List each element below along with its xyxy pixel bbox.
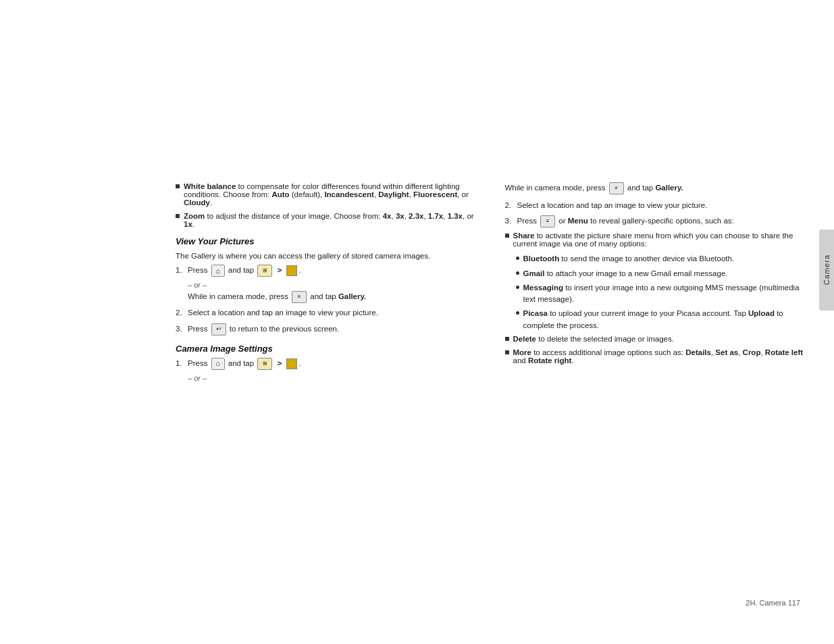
sub-bullet-messaging: Messaging to insert your image into a ne… (516, 282, 814, 306)
page-container: Camera White balance to compensate for c… (0, 0, 834, 644)
or-line-1: – or – (188, 281, 485, 289)
side-tab-label: Camera (823, 254, 831, 285)
right-column: While in camera mode, press ≡ and tap Ga… (505, 182, 814, 590)
step-content: Select a location and tap an image to vi… (517, 200, 814, 211)
white-balance-label: White balance (184, 182, 236, 190)
bullet-circle-icon (516, 311, 519, 315)
bullet-zoom: Zoom to adjust the distance of your imag… (176, 212, 485, 228)
bullet-white-balance: White balance to compensate for color di… (176, 182, 485, 207)
zoom-label: Zoom (184, 212, 205, 220)
bullet-icon (505, 337, 509, 341)
back-icon: ↩ (211, 323, 226, 336)
bullet-share: Share to activate the picture share menu… (505, 232, 814, 248)
bullet-icon (176, 214, 180, 218)
step-num: 2. (176, 307, 188, 319)
step-1: 1. Press and tap ⊞ > . (176, 265, 485, 277)
page-footer: 2H. Camera 117 (746, 599, 800, 607)
view-pictures-intro: The Gallery is where you can access the … (176, 250, 485, 262)
step-1-alt: While in camera mode, press ≡ and tap Ga… (188, 291, 485, 303)
right-step-2: 2. Select a location and tap an image to… (505, 200, 814, 211)
bullet-delete: Delete to delete the selected image or i… (505, 335, 814, 343)
bullet-text: More to access additional image options … (513, 348, 814, 365)
gallery-label: Gallery. (338, 292, 366, 300)
sub-bullet-text: Bluetooth to send the image to another d… (523, 253, 735, 265)
home-icon (211, 358, 225, 370)
camera-settings-title: Camera Image Settings (176, 344, 485, 354)
bullet-text: Zoom to adjust the distance of your imag… (184, 212, 485, 228)
sub-bullet-text: Picasa to upload your current image to y… (523, 308, 814, 331)
step-num: 2. (505, 200, 517, 211)
cam-step-1: 1. Press and tap ⊞ > . (176, 358, 485, 370)
side-tab: Camera (819, 230, 834, 311)
bullet-text: Share to activate the picture share menu… (513, 232, 814, 248)
bullet-circle-icon (516, 257, 519, 260)
or-line-2: – or – (188, 374, 485, 382)
step-content: Press and tap ⊞ > . (188, 265, 485, 277)
menu-icon-2: ≡ (540, 215, 555, 227)
grid-icon: ⊞ (257, 358, 272, 370)
step-num: 3. (176, 323, 188, 335)
step-3: 3. Press ↩ to return to the previous scr… (176, 323, 485, 336)
bullet-icon (505, 350, 509, 354)
gt-symbol: > (278, 359, 282, 367)
step-content: Select a location and tap an image to vi… (188, 307, 485, 319)
bullet-icon (505, 234, 509, 238)
sub-bullet-bluetooth: Bluetooth to send the image to another d… (516, 253, 814, 265)
sub-bullet-gmail: Gmail to attach your image to a new Gmai… (516, 268, 814, 279)
yellow-icon (286, 358, 297, 369)
sub-bullet-text: Messaging to insert your image into a ne… (523, 282, 814, 306)
step-num: 3. (505, 215, 517, 227)
bullet-more: More to access additional image options … (505, 348, 814, 365)
step-content: Press ≡ or Menu to reveal gallery-specif… (517, 215, 814, 227)
gt-symbol: > (278, 266, 282, 274)
gallery-label-right: Gallery. (655, 184, 683, 192)
view-pictures-title: View Your Pictures (176, 236, 485, 246)
bullet-text: White balance to compensate for color di… (184, 182, 485, 207)
right-step-3: 3. Press ≡ or Menu to reveal gallery-spe… (505, 215, 814, 227)
home-icon (211, 265, 225, 277)
step-num: 1. (176, 358, 188, 369)
step-2: 2. Select a location and tap an image to… (176, 307, 485, 319)
menu-icon: ≡ (292, 291, 307, 303)
step-content: Press and tap ⊞ > . (188, 358, 485, 370)
step-content: Press ↩ to return to the previous screen… (188, 323, 485, 336)
left-column: White balance to compensate for color di… (176, 182, 485, 590)
menu-icon: ≡ (609, 182, 624, 194)
bullet-icon (176, 184, 180, 188)
bullet-text: Delete to delete the selected image or i… (513, 335, 674, 343)
step-num: 1. (176, 265, 188, 276)
sub-bullet-text: Gmail to attach your image to a new Gmai… (523, 268, 728, 279)
content-area: White balance to compensate for color di… (176, 182, 814, 590)
yellow-icon (286, 265, 297, 276)
footer-text: 2H. Camera 117 (746, 599, 800, 607)
right-intro: While in camera mode, press ≡ and tap Ga… (505, 182, 814, 194)
grid-icon: ⊞ (257, 265, 272, 277)
sub-bullet-picasa: Picasa to upload your current image to y… (516, 308, 814, 331)
bullet-circle-icon (516, 286, 519, 289)
bullet-circle-icon (516, 271, 519, 275)
share-sub-bullets: Bluetooth to send the image to another d… (516, 253, 814, 331)
